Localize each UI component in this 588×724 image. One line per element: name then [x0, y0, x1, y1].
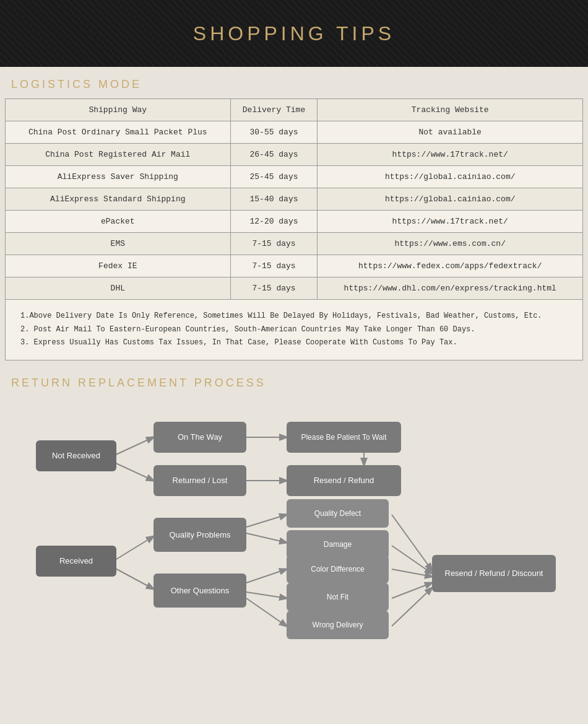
col-header-shipping-way: Shipping Way	[6, 99, 231, 121]
note-2: 2. Post Air Mail To Eastern-European Cou…	[20, 323, 568, 337]
page-header: SHOPPING TIPS	[0, 0, 588, 67]
svg-line-0	[113, 437, 153, 456]
svg-line-14	[392, 569, 432, 577]
table-cell-7-1: 7-15 days	[230, 277, 318, 300]
svg-line-6	[113, 567, 153, 589]
table-cell-1-0: China Post Registered Air Mail	[6, 144, 231, 166]
col-header-tracking-website: Tracking Website	[318, 99, 583, 121]
table-cell-3-2: https://global.cainiao.com/	[318, 188, 583, 211]
node-damage: Damage	[287, 530, 389, 559]
svg-line-9	[246, 569, 287, 583]
table-cell-0-1: 30-55 days	[230, 121, 318, 144]
node-received: Received	[36, 546, 116, 577]
return-section: RETURN REPLACEMENT PROCESS	[0, 365, 588, 669]
node-resend-refund: Resend / Refund	[287, 465, 401, 496]
table-cell-2-0: AliExpress Saver Shipping	[6, 166, 231, 188]
table-cell-5-0: EMS	[6, 233, 231, 255]
note-1: 1.Above Delivery Date Is Only Reference,…	[20, 310, 568, 323]
table-cell-6-1: 7-15 days	[230, 255, 318, 277]
logistics-table: Shipping Way Delivery Time Tracking Webs…	[5, 98, 583, 300]
table-cell-1-1: 26-45 days	[230, 144, 318, 166]
svg-line-7	[246, 515, 287, 527]
table-cell-3-1: 15-40 days	[230, 188, 318, 211]
svg-line-5	[113, 536, 153, 561]
table-cell-6-0: Fedex IE	[6, 255, 231, 277]
table-cell-2-2: https://global.cainiao.com/	[318, 166, 583, 188]
svg-line-13	[392, 546, 432, 574]
table-cell-0-2: Not available	[318, 121, 583, 144]
node-resend-refund-discount: Resend / Refund / Discount	[432, 555, 556, 592]
node-quality-defect: Quality Defect	[287, 499, 389, 528]
table-cell-7-2: https://www.dhl.com/en/express/tracking.…	[318, 277, 583, 300]
table-cell-0-0: China Post Ordinary Small Packet Plus	[6, 121, 231, 144]
node-not-fit: Not Fit	[287, 583, 389, 611]
table-cell-6-2: https://www.fedex.com/apps/fedextrack/	[318, 255, 583, 277]
logistics-section-title: LOGISTICS MODE	[5, 67, 583, 98]
note-3: 3. Express Usually Has Customs Tax Issue…	[20, 336, 568, 350]
node-please-be-patient: Please Be Patient To Wait	[287, 422, 401, 453]
node-quality-problems: Quality Problems	[153, 518, 246, 552]
table-cell-4-0: ePacket	[6, 211, 231, 233]
node-on-the-way: On The Way	[153, 422, 246, 453]
svg-line-10	[246, 592, 287, 598]
table-cell-3-0: AliExpress Standard Shipping	[6, 188, 231, 211]
svg-line-12	[392, 515, 432, 570]
logistics-section: LOGISTICS MODE Shipping Way Delivery Tim…	[0, 67, 588, 365]
table-cell-5-1: 7-15 days	[230, 233, 318, 255]
table-cell-2-1: 25-45 days	[230, 166, 318, 188]
svg-line-11	[246, 598, 287, 626]
svg-line-15	[392, 583, 432, 598]
return-section-title: RETURN REPLACEMENT PROCESS	[5, 365, 583, 397]
node-returned-lost: Returned / Lost	[153, 465, 246, 496]
flow-diagram: Not Received On The Way Returned / Lost …	[5, 397, 583, 657]
table-cell-1-2: https://www.17track.net/	[318, 144, 583, 166]
node-not-received: Not Received	[36, 440, 116, 471]
page-title: SHOPPING TIPS	[193, 22, 395, 45]
table-cell-4-2: https://www.17track.net/	[318, 211, 583, 233]
table-cell-4-1: 12-20 days	[230, 211, 318, 233]
table-cell-5-2: https://www.ems.com.cn/	[318, 233, 583, 255]
table-cell-7-0: DHL	[6, 277, 231, 300]
col-header-delivery-time: Delivery Time	[230, 99, 318, 121]
logistics-notes: 1.Above Delivery Date Is Only Reference,…	[5, 300, 583, 360]
svg-line-1	[113, 462, 153, 481]
svg-line-8	[246, 533, 287, 543]
node-wrong-delivery: Wrong Delivery	[287, 611, 389, 639]
node-color-difference: Color Difference	[287, 555, 389, 583]
svg-line-16	[392, 588, 432, 626]
node-other-questions: Other Questions	[153, 574, 246, 608]
